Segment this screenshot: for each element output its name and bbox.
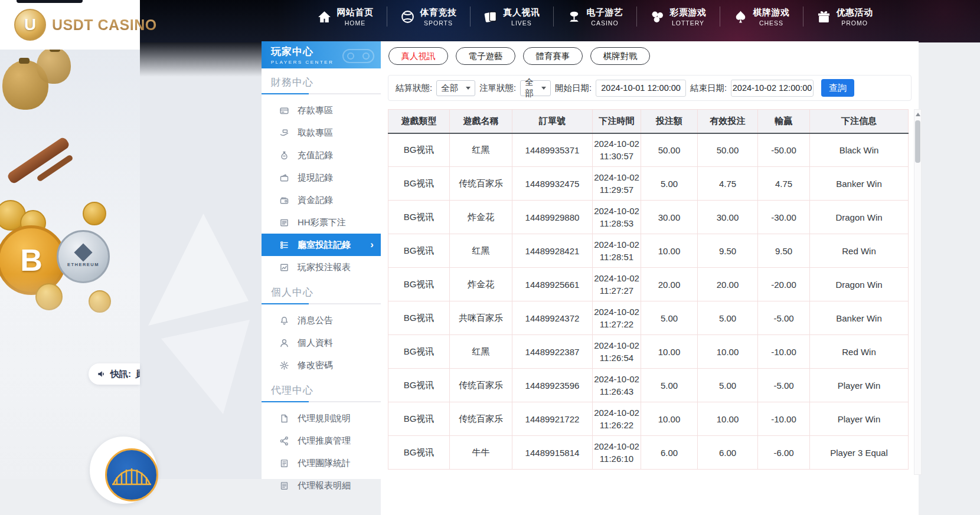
sidebar-item-recharge-records[interactable]: 充值記錄	[262, 144, 381, 166]
end-date-input[interactable]	[731, 80, 814, 97]
bet-clock: 11:26:22	[593, 419, 641, 431]
cell-win-loss: -30.00	[758, 201, 810, 234]
settle-status-select[interactable]: 全部	[436, 80, 475, 96]
sidebar-item-label: 代理推廣管理	[298, 435, 351, 447]
cell-game-name: 炸金花	[450, 201, 512, 234]
settle-status-value: 全部	[441, 83, 458, 94]
cell-bet-time: 2024-10-0211:27:27	[593, 268, 641, 301]
cell-bet-info: Player Win	[810, 402, 909, 436]
deposit-card-icon	[279, 106, 289, 116]
table-row: BG视讯共咪百家乐144899243722024-10-0211:27:225.…	[388, 301, 909, 335]
triangle-watermark	[148, 214, 249, 326]
settle-status-label: 結算狀態:	[396, 83, 432, 94]
cell-game-type: BG视讯	[388, 436, 450, 470]
nav-item-label-en: HOME	[337, 19, 374, 27]
sidebar-item-player-bet-report[interactable]: 玩家投注報表	[262, 256, 381, 278]
service-logo-button[interactable]	[105, 448, 158, 501]
cell-valid-bet: 5.00	[698, 301, 758, 335]
cell-valid-bet: 10.00	[698, 335, 758, 369]
sidebar-section-label: 個人中心	[262, 278, 381, 299]
sidebar-item-withdraw-records[interactable]: 提現記錄	[262, 166, 381, 189]
order-status-select[interactable]: 全部	[520, 80, 551, 96]
start-date-input[interactable]	[596, 80, 686, 97]
scrollbar-up-arrow[interactable]	[916, 113, 920, 116]
lottery-icon	[650, 9, 665, 24]
brand-logo[interactable]: U USDT CASINO	[0, 0, 140, 50]
sidebar-item-profile[interactable]: 個人資料	[262, 332, 381, 354]
cell-bet-amount: 30.00	[641, 201, 698, 234]
sidebar-item-agent-team-stats[interactable]: 代理團隊統計	[262, 452, 381, 474]
sidebar-item-room-bet-records[interactable]: 廳室投註記錄›	[262, 234, 381, 256]
nav-item-label-zh: 体育竞技	[420, 7, 457, 18]
cell-win-loss: -5.00	[758, 369, 810, 402]
sidebar-item-hh-lottery-bets[interactable]: HH彩票下注	[262, 211, 381, 234]
cell-order-no: 14489932475	[512, 167, 593, 201]
top-nav: 网站首页HOME体育竞技SPORTS真人视讯LIVES电子游艺CASINO彩票游…	[140, 0, 980, 33]
sidebar-item-label: 代理團隊統計	[298, 458, 351, 469]
table-row: BG视讯传统百家乐144899235962024-10-0211:26:435.…	[388, 369, 909, 402]
main-panel: 真人視訊電子遊藝體育賽事棋牌對戰 結算狀態: 全部 注單狀態: 全部 開始日期:…	[381, 41, 919, 515]
cell-order-no: 14489929880	[512, 201, 593, 234]
cell-game-name: 传统百家乐	[450, 369, 512, 402]
cell-win-loss: 4.75	[758, 167, 810, 201]
bet-date: 2024-10-02	[593, 306, 641, 318]
sidebar-item-agent-rules[interactable]: 代理規則說明	[262, 407, 381, 429]
cell-bet-time: 2024-10-0211:27:22	[593, 301, 641, 335]
bet-date: 2024-10-02	[593, 272, 641, 284]
table-header-row: 遊戲類型遊戲名稱訂單號下注時間投注額有效投注輸贏下注信息	[388, 110, 909, 133]
money-bag-knot	[19, 58, 30, 64]
end-date-label: 結束日期:	[690, 83, 727, 94]
chevron-right-icon: ›	[370, 239, 374, 251]
sidebar-section-label: 財務中心	[262, 68, 381, 89]
cell-game-type: BG视讯	[388, 167, 450, 201]
nav-item-label-zh: 棋牌游戏	[753, 7, 790, 18]
sidebar-item-agent-report-detail[interactable]: 代理報表明細	[262, 474, 381, 497]
nav-item-lives[interactable]: 真人视讯LIVES	[471, 7, 553, 27]
cell-order-no: 14489923596	[512, 369, 593, 402]
sidebar-item-announcements[interactable]: 消息公告	[262, 309, 381, 332]
bet-clock: 11:26:43	[593, 385, 641, 398]
cell-bet-amount: 6.00	[641, 436, 698, 470]
cell-bet-amount: 5.00	[641, 301, 698, 335]
filter-bar: 結算狀態: 全部 注單狀態: 全部 開始日期: 結束日期: 查詢	[388, 75, 912, 101]
bet-clock: 11:28:51	[593, 251, 641, 263]
sidebar-item-change-password[interactable]: 修改密碼	[262, 354, 381, 376]
cell-win-loss: -10.00	[758, 335, 810, 369]
tab-board-games[interactable]: 棋牌對戰	[590, 47, 650, 65]
cell-order-no: 14489935371	[512, 133, 593, 167]
nav-item-lottery[interactable]: 彩票游戏LOTTERY	[637, 7, 720, 27]
sidebar-item-label: 修改密碼	[298, 360, 333, 371]
sidebar-item-funds-records[interactable]: 資金記錄	[262, 189, 381, 211]
scrollbar-thumb[interactable]	[915, 120, 920, 163]
nav-item-chess[interactable]: 棋牌游戏CHESS	[720, 7, 803, 27]
tab-live-video[interactable]: 真人視訊	[388, 47, 448, 65]
cell-game-name: 红黑	[450, 234, 512, 268]
tab-electronic-games[interactable]: 電子遊藝	[456, 47, 515, 65]
bell-icon	[279, 316, 289, 326]
nav-item-promo[interactable]: 优惠活动PROMO	[803, 7, 886, 27]
bet-clock: 11:27:22	[593, 318, 641, 330]
bridge-icon	[110, 457, 153, 493]
nav-item-home[interactable]: 网站首页HOME	[304, 7, 387, 27]
cell-bet-amount: 10.00	[641, 234, 698, 268]
tab-sports-events[interactable]: 體育賽事	[523, 47, 583, 65]
bet-date: 2024-10-02	[593, 406, 641, 419]
bet-date: 2024-10-02	[593, 373, 641, 385]
query-button[interactable]: 查詢	[821, 79, 854, 97]
nav-item-sports[interactable]: 体育竞技SPORTS	[387, 7, 470, 27]
sidebar-item-agent-promotion[interactable]: 代理推廣管理	[262, 429, 381, 452]
cell-bet-info: Banker Win	[810, 301, 909, 335]
room-bet-record-icon	[279, 240, 289, 250]
cell-win-loss: 9.50	[758, 234, 810, 268]
sidebar-item-withdraw-zone[interactable]: 取款專區	[262, 122, 381, 144]
table-scrollbar[interactable]	[914, 109, 922, 475]
doc-icon	[279, 414, 289, 424]
nav-item-label-en: LOTTERY	[670, 19, 707, 27]
column-header: 投注額	[641, 110, 698, 133]
cell-bet-amount: 20.00	[641, 268, 698, 301]
sidebar-item-deposit-zone[interactable]: 存款專區	[262, 99, 381, 122]
nav-item-casino[interactable]: 电子游艺CASINO	[554, 7, 636, 27]
triangle-watermark	[161, 320, 250, 414]
order-status-label: 注單狀態:	[479, 83, 516, 94]
cell-game-name: 牛牛	[450, 436, 512, 470]
